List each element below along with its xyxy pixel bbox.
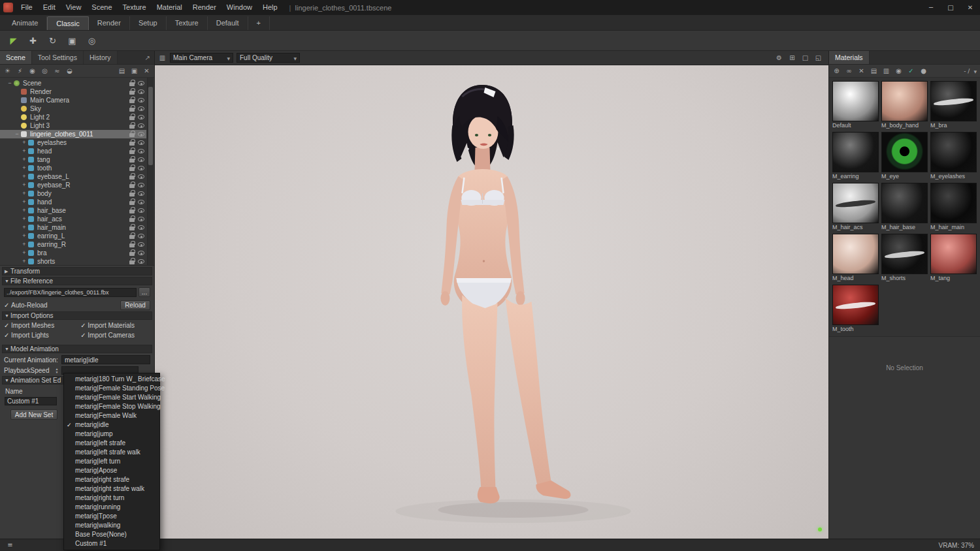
animation-option[interactable]: metarig|Female Standing Pose: [64, 384, 159, 393]
popout-viewport-icon[interactable]: ◱: [814, 54, 823, 63]
import-option-checkbox[interactable]: Import Meshes: [4, 322, 80, 329]
translate-tool[interactable]: ✚: [24, 33, 42, 49]
scene-tree-item[interactable]: + hair_main: [0, 223, 146, 232]
menu-item[interactable]: Window: [221, 0, 257, 15]
animation-option[interactable]: metarig|Female Start Walking: [64, 393, 159, 402]
tab-materials[interactable]: Materials: [829, 51, 870, 64]
scene-tree-scrollbar[interactable]: [147, 78, 154, 265]
workspace-tab[interactable]: Animate: [3, 16, 47, 30]
lock-icon[interactable]: [129, 99, 135, 103]
material-folder-icon[interactable]: ▤: [870, 67, 878, 76]
workspace-tab[interactable]: Setup: [130, 16, 167, 30]
camera-select[interactable]: Main Camera: [170, 53, 233, 63]
add-new-set-button[interactable]: Add New Set: [10, 409, 57, 420]
lock-icon[interactable]: [129, 125, 135, 129]
scene-tree-item[interactable]: Render: [0, 87, 146, 96]
animation-option[interactable]: metarig|Female Stop Walking: [64, 402, 159, 411]
animation-option[interactable]: metarig|right strafe: [64, 475, 159, 484]
scene-tree-item[interactable]: − lingerie_clothes_0011: [0, 130, 146, 138]
scene-tree-item[interactable]: + hand: [0, 198, 146, 206]
tree-expander[interactable]: −: [7, 79, 13, 87]
lock-icon[interactable]: [129, 210, 135, 213]
lock-icon[interactable]: [129, 91, 135, 95]
material-tile[interactable]: M_tang: [930, 234, 977, 282]
scene-tree-item[interactable]: + tooth: [0, 164, 146, 172]
tree-expander[interactable]: +: [21, 257, 27, 265]
visibility-icon[interactable]: [138, 208, 144, 213]
animation-option[interactable]: metarig|left turn: [64, 457, 159, 466]
viewport-settings-icon[interactable]: ⚙: [775, 54, 783, 63]
tree-expander[interactable]: +: [21, 240, 27, 249]
scrollbar-thumb[interactable]: [148, 87, 153, 165]
animation-option[interactable]: metarig|right strafe walk: [64, 484, 159, 494]
lock-icon[interactable]: [129, 133, 135, 137]
preview-sphere-icon[interactable]: ●: [919, 67, 928, 76]
visibility-icon[interactable]: [138, 191, 144, 196]
animation-option[interactable]: metarig|180 Turn W_ Briefcase: [64, 375, 159, 384]
pivot-tool[interactable]: ◎: [83, 33, 101, 49]
tree-expander[interactable]: +: [21, 164, 27, 172]
lock-icon[interactable]: [129, 252, 135, 256]
animation-option[interactable]: metarig|left strafe: [64, 439, 159, 448]
material-check-icon[interactable]: ✓: [907, 67, 915, 76]
new-folder-icon[interactable]: ▤: [118, 67, 126, 76]
lock-icon[interactable]: [129, 150, 135, 154]
visibility-icon[interactable]: [138, 234, 144, 238]
menu-item[interactable]: Help: [257, 0, 283, 15]
material-tile[interactable]: M_hair_main: [930, 183, 977, 231]
lock-icon[interactable]: [129, 159, 135, 163]
material-tile[interactable]: M_eyelashes: [930, 132, 977, 180]
visibility-icon[interactable]: [138, 123, 144, 128]
scene-tree-item[interactable]: + tang: [0, 155, 146, 164]
animation-option[interactable]: metarig|running: [64, 503, 159, 512]
visibility-icon[interactable]: [138, 98, 144, 102]
animation-option[interactable]: Custom #1: [64, 539, 159, 548]
animation-option[interactable]: metarig|right turn: [64, 494, 159, 503]
workspace-tab[interactable]: Render: [89, 16, 130, 30]
import-option-checkbox[interactable]: Import Lights: [4, 332, 80, 339]
link-material-icon[interactable]: ∞: [845, 67, 853, 76]
reload-button[interactable]: Reload: [120, 300, 150, 310]
scene-tree-item[interactable]: Main Camera: [0, 96, 146, 104]
lock-icon[interactable]: [129, 244, 135, 247]
tree-expander[interactable]: +: [21, 181, 27, 189]
maximize-button[interactable]: □: [941, 0, 960, 15]
add-camera-icon[interactable]: ◉: [28, 67, 37, 76]
lock-icon[interactable]: [129, 176, 135, 180]
visibility-icon[interactable]: [138, 259, 144, 264]
add-light-icon[interactable]: ⚡: [16, 67, 24, 76]
material-tile[interactable]: M_shorts: [881, 234, 928, 282]
scene-tree-item[interactable]: + earring_R: [0, 240, 146, 249]
lock-icon[interactable]: [129, 82, 135, 86]
visibility-icon[interactable]: [138, 251, 144, 255]
scene-tree-item[interactable]: + bra: [0, 249, 146, 257]
menu-item[interactable]: Render: [188, 0, 221, 15]
material-tile[interactable]: M_tooth: [832, 285, 879, 333]
visibility-icon[interactable]: [138, 217, 144, 221]
workspace-tab[interactable]: Default: [208, 16, 248, 30]
scene-tree-item[interactable]: + body: [0, 189, 146, 198]
add-sky-icon[interactable]: ☀: [3, 67, 12, 76]
model-animation-header[interactable]: Model Animation: [2, 345, 152, 353]
tree-expander[interactable]: +: [21, 249, 27, 257]
add-shadow-catcher-icon[interactable]: ◒: [65, 67, 74, 76]
workspace-tab[interactable]: Classic: [47, 16, 88, 30]
animation-option[interactable]: Base Pose(None): [64, 530, 159, 539]
tree-expander[interactable]: +: [21, 206, 27, 215]
animation-option[interactable]: metarig|Apose: [64, 466, 159, 475]
tree-expander[interactable]: +: [21, 147, 27, 155]
visibility-icon[interactable]: [138, 166, 144, 170]
menu-item[interactable]: Edit: [38, 0, 61, 15]
scene-tree-item[interactable]: + eyebase_R: [0, 181, 146, 189]
menu-item[interactable]: View: [61, 0, 87, 15]
lock-icon[interactable]: [129, 201, 135, 205]
menu-item[interactable]: Scene: [86, 0, 117, 15]
scene-tree-item[interactable]: − Scene: [0, 79, 146, 87]
thumbnail-size-control[interactable]: - /: [964, 68, 970, 74]
scene-tree-item[interactable]: + eyelashes: [0, 138, 146, 147]
material-trash-icon[interactable]: ▥: [882, 67, 890, 76]
tree-expander[interactable]: +: [21, 138, 27, 147]
console-icon[interactable]: ≡: [6, 541, 14, 550]
lock-icon[interactable]: [129, 227, 135, 230]
visibility-icon[interactable]: [138, 225, 144, 230]
